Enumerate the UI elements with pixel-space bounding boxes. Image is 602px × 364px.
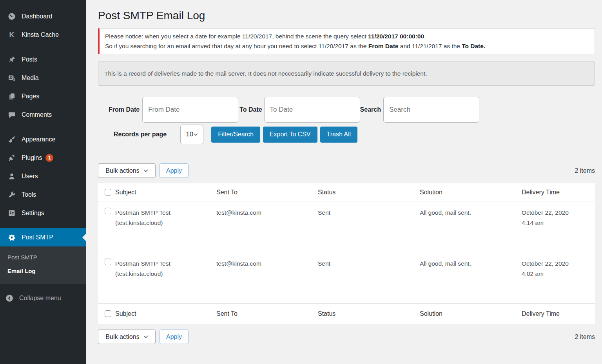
gauge-icon xyxy=(8,13,16,20)
column-header-sent-to: Sent To xyxy=(216,189,318,196)
cell-solution: All good, mail sent. xyxy=(420,201,522,218)
sidebar-item-label: Plugins xyxy=(22,154,42,161)
collapse-menu-button[interactable]: Collapse menu xyxy=(0,289,86,307)
chevron-down-icon xyxy=(194,133,198,136)
submenu-item-post-smtp[interactable]: Post SMTP xyxy=(0,250,86,264)
column-footer-sent-to: Sent To xyxy=(216,310,318,317)
bulk-actions-row-top: Bulk actions Apply 2 items xyxy=(98,163,595,178)
table-row: Postman SMTP Test (test.kinsta.cloud) te… xyxy=(98,201,595,252)
chevron-down-icon xyxy=(143,169,148,172)
from-date-label: From Date xyxy=(109,106,140,113)
cell-subject: Postman SMTP Test (test.kinsta.cloud) xyxy=(115,201,216,228)
sidebar-item-plugins[interactable]: Plugins 1 xyxy=(0,148,86,167)
sliders-icon xyxy=(8,209,16,217)
sidebar-item-label: Dashboard xyxy=(22,13,52,20)
sidebar-item-label: Comments xyxy=(22,111,52,118)
submenu-item-email-log[interactable]: Email Log xyxy=(0,264,86,278)
items-count: 2 items xyxy=(575,333,595,340)
page-title: Post SMTP Email Log xyxy=(98,9,595,22)
filter-row-actions: Records per page 10 Filter/Search Export… xyxy=(98,125,595,144)
column-footer-status: Status xyxy=(318,310,420,317)
sidebar-item-comments[interactable]: Comments xyxy=(0,105,86,124)
search-label: Search xyxy=(360,106,381,113)
to-date-label: To Date xyxy=(239,106,262,113)
plug-icon xyxy=(8,154,16,162)
chevron-down-icon xyxy=(143,335,148,339)
notice-line-1: Please notice: when you select a date fo… xyxy=(105,31,589,41)
search-input[interactable] xyxy=(383,97,479,123)
records-per-page-label: Records per page xyxy=(114,131,167,138)
cell-sent-to: test@kinsta.com xyxy=(216,252,318,269)
row-checkbox[interactable] xyxy=(105,208,111,214)
sidebar-item-media[interactable]: Media xyxy=(0,69,86,87)
sidebar-item-label: Media xyxy=(22,74,39,81)
cell-status: Sent xyxy=(318,252,420,269)
sidebar-item-label: Appearance xyxy=(22,136,55,143)
sidebar-item-kinsta-cache[interactable]: K Kinsta Cache xyxy=(0,25,86,44)
filter-row-dates: From Date To Date Search xyxy=(98,97,595,123)
apply-button[interactable]: Apply xyxy=(160,163,189,178)
notice-line-2: So if you searching for an email arrived… xyxy=(105,41,589,51)
column-footer-delivery-time: Delivery Time xyxy=(522,310,595,317)
sidebar-item-users[interactable]: Users xyxy=(0,167,86,185)
kinsta-k-icon: K xyxy=(8,31,16,39)
cell-status: Sent xyxy=(318,201,420,218)
from-date-input[interactable] xyxy=(142,97,238,123)
apply-button[interactable]: Apply xyxy=(160,330,189,344)
select-all-checkbox[interactable] xyxy=(105,189,111,196)
user-icon xyxy=(8,172,16,180)
to-date-input[interactable] xyxy=(264,97,360,123)
sidebar-item-tools[interactable]: Tools xyxy=(0,185,86,204)
column-header-status: Status xyxy=(318,189,420,196)
sidebar-item-label: Kinsta Cache xyxy=(22,31,59,38)
table-footer-row: Subject Sent To Status Solution Delivery… xyxy=(98,303,595,324)
cell-sent-to: test@kinsta.com xyxy=(216,201,318,218)
main-content: Post SMTP Email Log Please notice: when … xyxy=(86,0,602,364)
pushpin-icon xyxy=(8,56,16,63)
sidebar-item-label: Users xyxy=(22,173,38,180)
row-checkbox[interactable] xyxy=(105,259,111,265)
sidebar-item-label: Post SMTP xyxy=(22,234,53,241)
sidebar-item-label: Tools xyxy=(22,191,36,198)
table-row: Postman SMTP Test (test.kinsta.cloud) te… xyxy=(98,252,595,303)
select-all-checkbox[interactable] xyxy=(105,310,111,317)
export-to-csv-button[interactable]: Export To CSV xyxy=(263,127,317,143)
sidebar-item-settings[interactable]: Settings xyxy=(0,204,86,222)
bulk-actions-select[interactable]: Bulk actions xyxy=(98,163,156,178)
sidebar-item-label: Posts xyxy=(22,56,37,63)
filter-search-button[interactable]: Filter/Search xyxy=(211,127,260,143)
email-log-table: Subject Sent To Status Solution Delivery… xyxy=(98,183,595,324)
records-per-page-select[interactable]: 10 xyxy=(180,125,203,144)
column-header-solution: Solution xyxy=(420,189,522,196)
column-footer-subject: Subject xyxy=(115,310,216,317)
sidebar-item-pages[interactable]: Pages xyxy=(0,87,86,105)
cell-delivery-time: October 22, 2020 4:14 am xyxy=(522,201,595,228)
column-footer-solution: Solution xyxy=(420,310,522,317)
table-header-row: Subject Sent To Status Solution Delivery… xyxy=(98,183,595,201)
sidebar-item-dashboard[interactable]: Dashboard xyxy=(0,7,86,25)
sidebar-item-label: Pages xyxy=(22,93,39,100)
column-header-subject: Subject xyxy=(115,189,216,196)
pages-icon xyxy=(8,92,16,100)
cell-solution: All good, mail sent. xyxy=(420,252,522,269)
wrench-icon xyxy=(8,191,16,199)
cell-delivery-time: October 22, 2020 4:02 am xyxy=(522,252,595,279)
date-query-notice: Please notice: when you select a date fo… xyxy=(98,28,595,54)
column-header-delivery-time: Delivery Time xyxy=(522,189,595,196)
bulk-actions-select[interactable]: Bulk actions xyxy=(98,330,156,344)
bulk-actions-row-bottom: Bulk actions Apply 2 items xyxy=(98,330,595,344)
items-count: 2 items xyxy=(575,167,595,174)
sidebar-item-label: Settings xyxy=(22,210,44,217)
collapse-arrow-icon xyxy=(5,294,13,302)
collapse-menu-label: Collapse menu xyxy=(19,295,61,302)
sidebar-item-appearance[interactable]: Appearance xyxy=(0,130,86,148)
trash-all-button[interactable]: Trash All xyxy=(320,127,358,143)
plugins-update-badge: 1 xyxy=(45,154,53,162)
gear-icon xyxy=(8,234,16,241)
paintbrush-icon xyxy=(8,136,16,143)
sidebar-item-posts[interactable]: Posts xyxy=(0,50,86,69)
media-icon xyxy=(8,74,16,82)
comment-bubble-icon xyxy=(8,111,16,119)
sidebar-item-post-smtp[interactable]: Post SMTP xyxy=(0,228,86,246)
cell-subject: Postman SMTP Test (test.kinsta.cloud) xyxy=(115,252,216,279)
